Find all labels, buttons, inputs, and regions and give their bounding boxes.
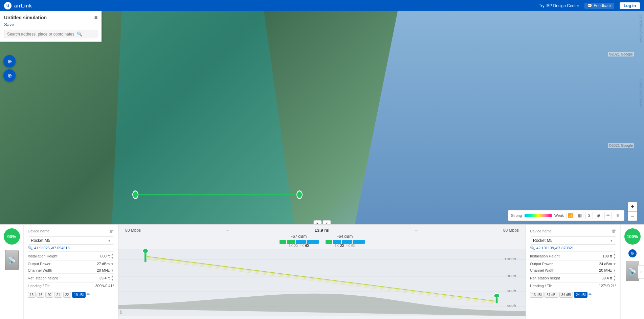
state-label-2: ILLINOIS MICHIGAN — [639, 79, 642, 108]
svg-point-1 — [133, 191, 138, 198]
right-install-height-number: 109 ft — [603, 254, 612, 258]
right-location-icon: 🔍 — [530, 246, 535, 250]
right-delete-icon[interactable]: 🗑 — [612, 228, 616, 234]
right-ref-station-number: 39.4 ft — [602, 276, 612, 280]
zoom-out-button[interactable]: − — [628, 211, 637, 221]
save-button[interactable]: Save — [4, 22, 14, 27]
right-ref-station-stepper[interactable]: ▲▼ — [613, 275, 616, 281]
left-install-height-label: Installation Height — [28, 254, 57, 258]
add-device-button[interactable]: ⊕ — [3, 69, 16, 82]
left-install-height-stepper[interactable]: ▲▼ — [111, 253, 114, 259]
left-device-header: Device name 🗑 — [28, 228, 114, 234]
left-ref-station-stepper[interactable]: ▲▼ — [111, 275, 114, 281]
drag-mode-button[interactable]: ⊕ — [3, 55, 16, 67]
simulation-header: Untitled simulation ≡ — [4, 15, 97, 21]
right-device-panel: Device name 🗑 Rocket M5 ▼ 🔍 42.101139,-8… — [526, 225, 620, 319]
legend-edit-icon[interactable]: ✏ — [604, 212, 612, 219]
right-device-select[interactable]: Rocket M5 ▼ — [530, 236, 616, 245]
svg-point-2 — [297, 191, 302, 198]
right-dbi-buttons: 13 dBi 31 dBi 34 dBi 24 dBi ✏ — [530, 292, 616, 298]
left-arrow: ← — [226, 228, 229, 232]
search-input[interactable] — [7, 32, 75, 37]
left-ref-station-value: 39.4 ft ▲▼ — [99, 275, 114, 281]
map-legend: Strong Weak 📶 ▦ $ ◉ ✏ ≡ — [508, 210, 624, 221]
right-coordinates[interactable]: 42.101139,-87.870821 — [536, 246, 574, 250]
legend-gradient — [525, 214, 552, 217]
isp-design-link[interactable]: Try ISP Design Center — [539, 3, 579, 8]
distance-label: 13.9 mi — [314, 228, 329, 233]
legend-icons: 📶 ▦ $ ◉ ✏ ≡ — [567, 212, 621, 219]
right-install-height-stepper[interactable]: ▲▼ — [613, 253, 616, 259]
left-coordinates[interactable]: 41.98025,-87.654613 — [34, 246, 70, 250]
feedback-button[interactable]: 💬 Feedback — [584, 3, 614, 9]
left-dbi-22[interactable]: 22 — [63, 292, 71, 298]
legend-dollar-icon[interactable]: $ — [585, 212, 593, 219]
center-panel: 80 Mbps ← 13.9 mi → 80 Mbps -67 dBm 1X 2… — [118, 225, 526, 319]
right-signal-percent[interactable]: 100% — [624, 228, 641, 245]
right-dbm-value: -64 dBm — [337, 234, 353, 239]
legend-bar-icon[interactable]: ▦ — [576, 212, 583, 219]
left-output-power-value: 27 dBm ▼ — [97, 262, 114, 266]
zoom-in-button[interactable]: + — [628, 202, 637, 211]
right-install-height-label: Installation Height — [530, 254, 559, 258]
right-antenna-image: 📡 — [626, 261, 639, 281]
right-channel-width-field: Channel Width 20 MHz ▼ — [530, 267, 616, 274]
signal-bars-area: -67 dBm 1X 2X 4X 6X -64 dBm — [280, 234, 365, 248]
left-chevron-icon: ▼ — [108, 239, 111, 243]
right-ref-station-label: Ref. station height — [530, 276, 560, 280]
right-device-model: Rocket M5 — [533, 238, 552, 243]
right-chevron-icon: ▼ — [610, 239, 613, 243]
panel-collapse-toggle[interactable]: ‹ — [638, 265, 644, 279]
left-dbi-edit-icon[interactable]: ✏ — [87, 292, 90, 298]
left-dbi-19-active[interactable]: 19 dBi — [72, 292, 86, 298]
left-dbi-21[interactable]: 21 — [54, 292, 62, 298]
svg-point-19 — [494, 294, 499, 298]
right-dbi-edit-icon[interactable]: ✏ — [589, 292, 592, 298]
legend-drop-icon[interactable]: ◉ — [595, 212, 602, 219]
right-heading-tilt-value: 127°/0.21° — [599, 284, 616, 288]
info-icon[interactable]: ℹ — [120, 310, 122, 315]
left-channel-width-value: 20 MHz ▼ — [97, 268, 114, 272]
left-dbi-16[interactable]: 16 — [37, 292, 44, 298]
right-dbi-31[interactable]: 31 dBi — [545, 292, 558, 298]
right-bar-6x — [353, 240, 365, 244]
search-icon: 🔍 — [77, 31, 82, 37]
map-area[interactable]: ©2021 Google ©2021 Google ILLINOIS MICHI… — [0, 11, 644, 228]
left-bar-1x — [280, 240, 286, 244]
left-delete-icon[interactable]: 🗑 — [109, 228, 114, 234]
login-button[interactable]: Log in — [620, 2, 640, 9]
topbar-right: Try ISP Design Center 💬 Feedback Log in — [539, 2, 640, 9]
right-mbps-label: 80 Mbps — [503, 228, 519, 233]
right-channel-width-number: 20 MHz — [599, 268, 612, 272]
weak-label: Weak — [554, 213, 564, 218]
right-output-power-number: 24 dBm — [599, 262, 612, 266]
right-dbi-34[interactable]: 34 dBi — [559, 292, 573, 298]
left-bars — [280, 240, 319, 244]
map-controls: ⊕ ⊕ — [3, 55, 16, 82]
menu-icon[interactable]: ≡ — [94, 15, 97, 21]
svg-point-17 — [142, 249, 148, 253]
right-channel-width-value: 20 MHz ▼ — [599, 268, 616, 272]
left-dbi-13[interactable]: 13 — [28, 292, 36, 298]
simulation-title: Untitled simulation — [4, 15, 47, 20]
right-dbi-13[interactable]: 13 dBi — [530, 292, 543, 298]
strong-label: Strong — [511, 213, 522, 218]
google-label-2: ©2021 Google — [608, 143, 634, 148]
left-device-select[interactable]: Rocket M5 ▼ — [28, 236, 114, 245]
left-dbi-20[interactable]: 20 — [45, 292, 53, 298]
elevation-profile-chart: 1000ft 800ft 600ft 400ft — [118, 249, 526, 316]
left-install-height-field: Installation Height 600 ft ▲▼ — [28, 252, 114, 261]
right-settings-icon[interactable]: ⚙ — [628, 249, 637, 258]
right-dbi-24-active[interactable]: 24 dBi — [574, 292, 587, 298]
right-heading-tilt-label: Heading / Tilt — [530, 284, 552, 288]
right-output-power-value: 24 dBm ▼ — [599, 262, 616, 266]
legend-layers-icon[interactable]: ≡ — [614, 212, 621, 219]
legend-wifi-icon[interactable]: 📶 — [567, 212, 574, 219]
right-device-header: Device name 🗑 — [530, 228, 616, 234]
right-install-height-value: 109 ft ▲▼ — [603, 253, 616, 259]
left-signal-percent[interactable]: 90% — [4, 228, 20, 245]
left-output-power-number: 27 dBm — [97, 262, 110, 266]
left-heading-tilt-field: Heading / Tilt 300°/-0.41° — [28, 283, 114, 289]
svg-text:400ft: 400ft — [507, 304, 516, 308]
left-dbi-buttons: 13 16 20 21 22 19 dBi ✏ — [28, 292, 114, 298]
